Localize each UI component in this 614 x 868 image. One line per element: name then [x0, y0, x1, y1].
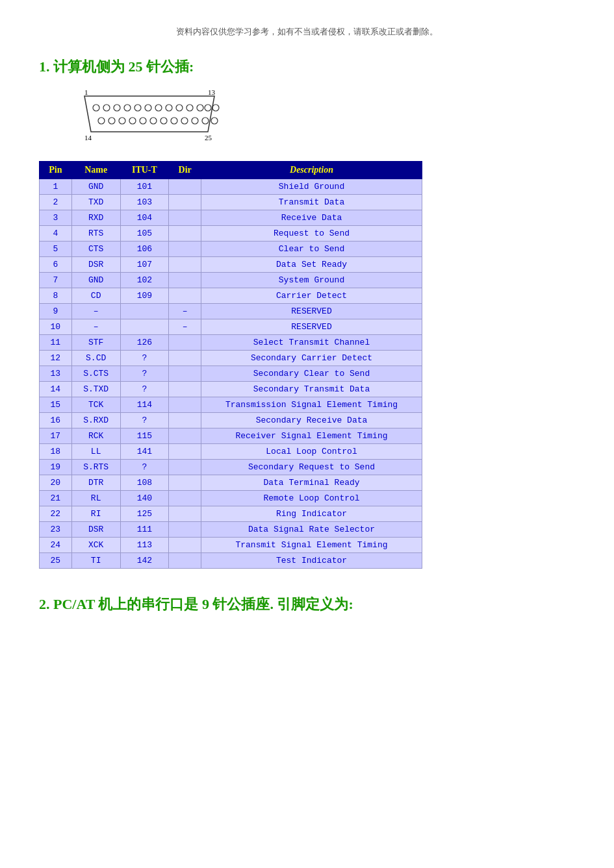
cell-2: 107 — [120, 257, 169, 273]
svg-point-16 — [119, 118, 125, 124]
svg-point-9 — [176, 105, 183, 111]
cell-2: 142 — [120, 553, 169, 569]
cell-4: Clear to Send — [201, 242, 422, 257]
cell-3 — [169, 335, 201, 351]
cell-1: TXD — [71, 195, 120, 210]
table-row: 2TXD103Transmit Data — [40, 195, 422, 210]
cell-2: 126 — [120, 335, 169, 351]
cell-0: 15 — [40, 397, 72, 413]
svg-text:25: 25 — [205, 134, 212, 142]
cell-3 — [169, 273, 201, 288]
table-header-row: Pin Name ITU-T Dir Description — [40, 162, 422, 179]
section2-title: 2. PC/AT 机上的串行口是 9 针公插座. 引脚定义为: — [39, 595, 575, 614]
cell-1: RI — [71, 506, 120, 522]
table-row: 16S.RXD?Secondary Receive Data — [40, 413, 422, 428]
cell-1: GND — [71, 179, 120, 195]
svg-point-18 — [140, 118, 146, 124]
table-row: 4RTS105Request to Send — [40, 226, 422, 242]
cell-2: 106 — [120, 242, 169, 257]
table-row: 6DSR107Data Set Ready — [40, 257, 422, 273]
cell-2: 114 — [120, 397, 169, 413]
cell-1: S.CD — [71, 351, 120, 366]
cell-0: 14 — [40, 382, 72, 397]
cell-0: 23 — [40, 522, 72, 538]
cell-1: TI — [71, 553, 120, 569]
table-row: 19S.RTS?Secondary Request to Send — [40, 460, 422, 475]
svg-point-15 — [109, 118, 115, 124]
cell-3 — [169, 366, 201, 382]
cell-2 — [120, 319, 169, 335]
svg-point-14 — [98, 118, 105, 124]
svg-point-12 — [205, 105, 211, 111]
cell-4: Remote Loop Control — [201, 491, 422, 506]
cell-1: S.RTS — [71, 460, 120, 475]
cell-2 — [120, 304, 169, 319]
col-name: Name — [71, 162, 120, 179]
cell-3 — [169, 397, 201, 413]
cell-3 — [169, 522, 201, 538]
cell-0: 20 — [40, 475, 72, 491]
cell-3 — [169, 553, 201, 569]
cell-4: Shield Ground — [201, 179, 422, 195]
table-row: 5CTS106Clear to Send — [40, 242, 422, 257]
cell-0: 19 — [40, 460, 72, 475]
cell-3 — [169, 538, 201, 553]
svg-text:1: 1 — [84, 90, 88, 96]
svg-point-17 — [129, 118, 136, 124]
cell-0: 12 — [40, 351, 72, 366]
cell-1: – — [71, 319, 120, 335]
cell-2: 141 — [120, 444, 169, 460]
svg-text:13: 13 — [208, 90, 216, 96]
cell-3 — [169, 288, 201, 304]
svg-point-11 — [197, 105, 203, 111]
svg-point-10 — [186, 105, 193, 111]
table-row: 3RXD104Receive Data — [40, 210, 422, 226]
cell-2: ? — [120, 366, 169, 382]
cell-2: 102 — [120, 273, 169, 288]
cell-1: CD — [71, 288, 120, 304]
pin-table: Pin Name ITU-T Dir Description 1GND101Sh… — [39, 161, 422, 569]
cell-3 — [169, 242, 201, 257]
cell-3: – — [169, 319, 201, 335]
svg-point-24 — [202, 118, 209, 124]
col-desc: Description — [201, 162, 422, 179]
table-row: 10––RESERVED — [40, 319, 422, 335]
cell-2: 103 — [120, 195, 169, 210]
cell-4: Secondary Carrier Detect — [201, 351, 422, 366]
cell-2: ? — [120, 460, 169, 475]
svg-point-21 — [171, 118, 177, 124]
cell-0: 16 — [40, 413, 72, 428]
cell-3 — [169, 179, 201, 195]
cell-3 — [169, 413, 201, 428]
cell-0: 2 — [40, 195, 72, 210]
cell-0: 24 — [40, 538, 72, 553]
svg-point-13 — [212, 105, 219, 111]
cell-0: 3 — [40, 210, 72, 226]
watermark: 资料内容仅供您学习参考，如有不当或者侵权，请联系改正或者删除。 — [39, 26, 575, 38]
cell-2: 101 — [120, 179, 169, 195]
cell-4: Transmit Data — [201, 195, 422, 210]
cell-0: 25 — [40, 553, 72, 569]
table-row: 9––RESERVED — [40, 304, 422, 319]
cell-0: 4 — [40, 226, 72, 242]
table-row: 8CD109Carrier Detect — [40, 288, 422, 304]
cell-1: S.CTS — [71, 366, 120, 382]
cell-1: – — [71, 304, 120, 319]
svg-point-2 — [103, 105, 110, 111]
cell-1: GND — [71, 273, 120, 288]
cell-1: CTS — [71, 242, 120, 257]
cell-1: TCK — [71, 397, 120, 413]
cell-3: – — [169, 304, 201, 319]
cell-3 — [169, 428, 201, 444]
table-row: 24XCK113Transmit Signal Element Timing — [40, 538, 422, 553]
cell-3 — [169, 506, 201, 522]
cell-4: Local Loop Control — [201, 444, 422, 460]
cell-2: ? — [120, 351, 169, 366]
cell-0: 5 — [40, 242, 72, 257]
cell-3 — [169, 195, 201, 210]
cell-0: 8 — [40, 288, 72, 304]
cell-0: 10 — [40, 319, 72, 335]
cell-2: 105 — [120, 226, 169, 242]
cell-2: 108 — [120, 475, 169, 491]
svg-point-5 — [134, 105, 141, 111]
